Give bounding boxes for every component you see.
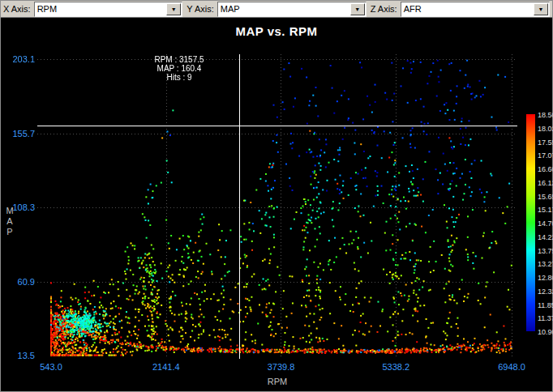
tooltip-hits-line: Hits : 9 [122, 73, 236, 82]
x-axis-title: RPM [249, 377, 306, 386]
afr-scale-value: 13.27 [538, 260, 553, 268]
afr-scale-value: 15.17 [538, 206, 553, 214]
tooltip-rpm-line: RPM : 3157.5 [122, 55, 236, 64]
y-tick-label: 108.3 [2, 202, 35, 212]
tooltip-map-line: MAP : 160.4 [122, 64, 236, 73]
afr-scale-value: 18.02 [538, 125, 553, 133]
afr-color-scale-bar [526, 114, 535, 331]
afr-scale-value: 16.12 [538, 179, 553, 187]
x-axis-dropdown-arrow-icon[interactable]: ▼ [166, 3, 181, 15]
y-tick-label: 203.1 [2, 54, 35, 64]
afr-scale-value: 11.37 [538, 314, 553, 322]
z-axis-group: Z Axis: AFR ▼ [371, 2, 550, 17]
afr-scale-value: 18.50 [538, 111, 553, 119]
afr-scale-value: 14.70 [538, 219, 553, 228]
z-axis-select[interactable]: AFR ▼ [401, 2, 550, 17]
afr-scale-value: 11.85 [538, 301, 553, 309]
y-axis-dropdown-arrow-icon[interactable]: ▼ [350, 3, 365, 15]
afr-scale-value: 17.55 [538, 138, 553, 147]
z-axis-label: Z Axis: [371, 4, 397, 14]
y-tick-label: 13.5 [2, 351, 35, 360]
x-axis-select[interactable]: RPM ▼ [34, 2, 183, 17]
afr-scale-value: 14.22 [538, 233, 553, 241]
afr-scale-value: 15.65 [538, 193, 553, 201]
afr-scale-value: 10.90 [538, 328, 553, 336]
y-axis-group: Y Axis: MAP ▼ [186, 2, 366, 17]
y-axis-value: MAP [218, 2, 349, 16]
afr-scale-value: 16.60 [538, 165, 553, 173]
y-tick-label: 60.9 [2, 277, 35, 287]
y-tick-label: 155.7 [2, 129, 35, 138]
y-axis-select[interactable]: MAP ▼ [217, 2, 367, 17]
z-axis-dropdown-arrow-icon[interactable]: ▼ [534, 3, 548, 15]
afr-scale-value: 17.07 [538, 151, 553, 160]
axis-toolbar: X Axis: RPM ▼ Y Axis: MAP ▼ Z Axis: AFR … [1, 1, 552, 18]
afr-scale-value: 12.32 [538, 288, 553, 296]
afr-scale-value: 13.75 [538, 247, 553, 255]
x-axis-label: X Axis: [3, 4, 31, 14]
crosshair-tooltip: RPM : 3157.5 MAP : 160.4 Hits : 9 [122, 55, 236, 82]
y-axis-label: Y Axis: [186, 4, 213, 14]
chart-title: MAP vs. RPM [1, 24, 552, 38]
plot-panel: MAP vs. RPM MAP RPM : 3157.5 MAP : 160.4… [1, 18, 552, 391]
scatter-plot-window: X Axis: RPM ▼ Y Axis: MAP ▼ Z Axis: AFR … [0, 0, 553, 392]
x-tick-label: 2141.4 [138, 362, 195, 372]
afr-scale-value: 12.80 [538, 274, 553, 282]
x-tick-label: 3739.8 [252, 362, 309, 372]
x-tick-label: 5338.2 [367, 362, 424, 372]
z-axis-value: AFR [401, 2, 533, 16]
scatter-plot-canvas[interactable] [37, 54, 517, 359]
x-axis-group: X Axis: RPM ▼ [3, 2, 182, 17]
x-tick-label: 6948.0 [483, 362, 540, 372]
x-axis-value: RPM [35, 2, 166, 16]
x-tick-label: 543.0 [23, 362, 79, 372]
